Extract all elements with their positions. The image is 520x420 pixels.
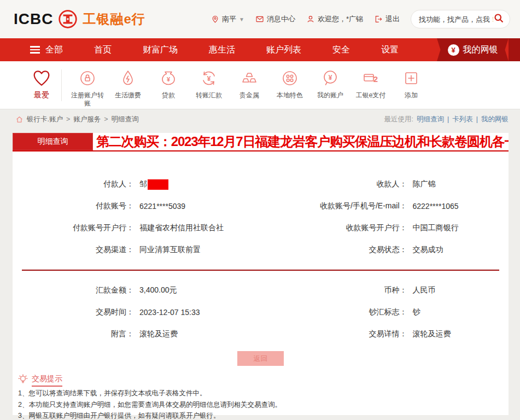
transaction-headline: 第二次购买：2023年12月7日福建龙岩客户购买保温压边机和长款卷圆机各一台转账… xyxy=(93,133,509,150)
tip-item: 2、本功能只支持查询账户明细，如您需要查询具体交易的明细信息请到相关交易查询。 xyxy=(17,401,509,410)
payer-account-value: 6221****5039 xyxy=(139,202,185,211)
user-icon xyxy=(306,15,315,24)
home-icon[interactable] xyxy=(15,115,24,124)
logo[interactable]: ICBC 工银融e行 xyxy=(14,9,145,30)
hamburger-icon[interactable] xyxy=(30,46,40,54)
table-row: 交易时间： 2023-12-07 15:33 钞汇标志： 钞 xyxy=(13,301,509,323)
divider xyxy=(61,69,62,101)
svg-text:¥: ¥ xyxy=(167,76,171,83)
page: ICBC 工银融e行 xyxy=(0,0,520,420)
moneybag-icon: ¥ xyxy=(448,44,459,56)
quick-item-precious-metal[interactable]: 贵金属 xyxy=(229,61,270,109)
message-center-link[interactable]: 消息中心 xyxy=(255,14,295,24)
payer-account-label: 付款账号： xyxy=(13,201,134,211)
memo-label: 附言： xyxy=(13,329,134,339)
recent-link-card-list[interactable]: 卡列表 xyxy=(452,115,473,124)
payee-bank-label: 收款账号开户行： xyxy=(261,223,407,233)
add-icon xyxy=(402,69,420,89)
heart-icon xyxy=(30,68,53,88)
transfer-remit-icon: ¥ xyxy=(200,69,218,89)
payee-label: 收款人： xyxy=(261,179,407,189)
detail-section-amount: 汇款金额： 3,400.00元 币种： 人民币 交易时间： 2023-12-07… xyxy=(13,279,509,345)
quick-item-loan[interactable]: ¥ 贷款 xyxy=(148,61,189,109)
svg-text:2: 2 xyxy=(373,74,378,84)
detail-banner: 明细查询 第二次购买：2023年12月7日福建龙岩客户购买保温压边机和长款卷圆机… xyxy=(13,133,509,151)
nav-item-accounts[interactable]: 账户列表 xyxy=(266,44,301,56)
transaction-tips: 交易提示 1、您可以将查询结果下载，并保存到文本或电子表格文件中。 2、本功能只… xyxy=(13,375,509,420)
location-pin-icon xyxy=(211,15,219,24)
precious-metal-icon xyxy=(240,69,259,89)
payer-bank-value: 福建省农村信用社联合社 xyxy=(139,223,224,233)
my-account-icon: ¥ xyxy=(321,69,340,89)
chevron-down-icon: ▼ xyxy=(239,16,244,22)
recent-link-my-ebank[interactable]: 我的网银 xyxy=(481,115,509,124)
status-value: 交易成功 xyxy=(413,245,443,255)
nav-item-security[interactable]: 安全 xyxy=(332,44,350,56)
payer-label: 付款人： xyxy=(13,179,134,189)
redaction-box xyxy=(148,179,168,190)
favorites-label: 最爱 xyxy=(22,90,61,100)
quick-item-transfer-remit[interactable]: ¥ 转账汇款 xyxy=(189,61,229,109)
payee-account-value: 6222****1065 xyxy=(413,202,459,211)
nav-item-settings[interactable]: 设置 xyxy=(381,44,399,56)
time-value: 2023-12-07 15:33 xyxy=(139,308,200,317)
payee-account-label: 收款账号/手机号/E-mail： xyxy=(261,201,407,211)
back-button[interactable]: 返回 xyxy=(237,351,284,366)
status-label: 交易状态： xyxy=(261,245,407,255)
currency-value: 人民币 xyxy=(413,285,436,295)
recent-used-label: 最近使用: xyxy=(384,115,413,124)
breadcrumb-item[interactable]: 账户服务 xyxy=(73,115,101,124)
icbc-logo-icon xyxy=(57,9,78,30)
quick-item-add[interactable]: 添加 xyxy=(391,61,431,109)
table-row: 交易渠道： 同业清算互联前置 交易状态： 交易成功 xyxy=(13,239,509,261)
table-row: 汇款金额： 3,400.00元 币种： 人民币 xyxy=(13,279,509,301)
tip-item: 1、您可以将查询结果下载，并保存到文本或电子表格文件中。 xyxy=(17,389,509,398)
breadcrumb-item-current: 明细查询 xyxy=(112,115,139,124)
my-ebank-tab[interactable]: ¥ 我的网银 xyxy=(437,38,509,61)
quick-item-register-transfer[interactable]: 注册账户转账 xyxy=(67,61,108,109)
quick-item-epay[interactable]: 2 工银e支付 xyxy=(350,61,391,109)
message-center-label: 消息中心 xyxy=(267,14,295,24)
nav-item-wealth[interactable]: 财富广场 xyxy=(143,44,178,56)
search-icon[interactable] xyxy=(493,13,504,26)
search-box[interactable] xyxy=(411,10,510,28)
welcome-user[interactable]: 欢迎您，*广锦 xyxy=(306,14,363,24)
quick-item-my-account[interactable]: ¥ 我的账户 xyxy=(310,61,350,109)
channel-label: 交易渠道： xyxy=(13,245,134,255)
nav-item-home[interactable]: 首页 xyxy=(94,44,112,56)
nav-item-life[interactable]: 惠生活 xyxy=(209,44,235,56)
detail-info-value: 滚轮及运费 xyxy=(413,329,451,339)
svg-text:¥: ¥ xyxy=(329,74,332,81)
epay-icon: 2 xyxy=(361,69,380,89)
nav-item-all[interactable]: 全部 xyxy=(45,44,63,56)
breadcrumb-separator: > xyxy=(66,115,70,123)
local-feature-icon xyxy=(281,69,299,89)
tab-detail-query[interactable]: 明细查询 xyxy=(13,133,93,150)
quick-access-bar: 最爱 注册账户转账 生活缴费 xyxy=(0,61,520,109)
payer-bank-label: 付款账号开户行： xyxy=(13,223,134,233)
logout-button[interactable]: 退出 xyxy=(374,14,400,24)
lightbulb-icon xyxy=(17,374,28,387)
memo-value: 滚轮及运费 xyxy=(139,329,178,339)
recent-used: 最近使用: 明细查询 | 卡列表 | 我的网银 xyxy=(384,115,509,124)
cash-flag-label: 钞汇标志： xyxy=(261,307,407,317)
detail-info-label: 交易详情： xyxy=(261,329,407,339)
loan-icon: ¥ xyxy=(159,69,178,89)
payee-bank-value: 中国工商银行 xyxy=(413,223,459,233)
payer-value: 邹 xyxy=(139,179,168,190)
quick-item-local-feature[interactable]: 本地特色 xyxy=(270,61,310,109)
breadcrumb-item[interactable]: 银行卡.账户 xyxy=(27,115,63,124)
recent-link-detail-query[interactable]: 明细查询 xyxy=(417,115,444,124)
section-divider xyxy=(22,270,499,271)
breadcrumb-row: 银行卡.账户 > 账户服务 > 明细查询 最近使用: 明细查询 | 卡列表 | … xyxy=(0,109,520,129)
table-row: 附言： 滚轮及运费 交易详情： 滚轮及运费 xyxy=(13,323,509,345)
detail-card: 明细查询 第二次购买：2023年12月7日福建龙岩客户购买保温压边机和长款卷圆机… xyxy=(13,133,509,415)
quick-item-utility-payment[interactable]: 生活缴费 xyxy=(108,61,148,109)
table-row: 付款账号开户行： 福建省农村信用社联合社 收款账号开户行： 中国工商银行 xyxy=(13,217,509,239)
tips-title: 交易提示 xyxy=(32,374,62,387)
search-input[interactable] xyxy=(419,15,493,24)
favorites-button[interactable]: 最爱 xyxy=(22,61,61,109)
location-selector[interactable]: 南平 ▼ xyxy=(211,14,244,24)
currency-label: 币种： xyxy=(261,285,407,295)
breadcrumb-separator: > xyxy=(104,115,108,123)
